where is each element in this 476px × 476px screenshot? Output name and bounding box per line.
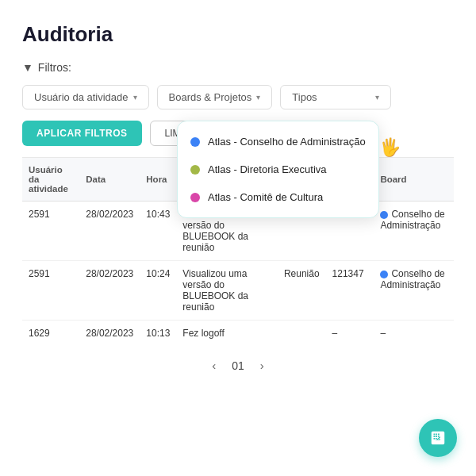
- filter-dropdowns-row: Usuário da atividade ▾ Boards & Projetos…: [22, 85, 454, 109]
- dropdown-item-comite[interactable]: Atlas - Comitê de Cultura: [178, 183, 378, 211]
- dot-icon-pink: [190, 193, 200, 202]
- td-acao: Visualizou uma versão do BLUEBOOK da reu…: [176, 261, 278, 321]
- dropdown-item-label-comite: Atlas - Comitê de Cultura: [208, 191, 323, 203]
- cursor-hand-icon: 🖐: [379, 137, 401, 158]
- td-data: 28/02/2023: [79, 321, 140, 347]
- filters-label: Filtros:: [38, 61, 71, 74]
- td-acao: Fez logoff: [176, 321, 278, 347]
- filter-boards-label: Boards & Projetos: [169, 91, 252, 103]
- td-board: –: [374, 321, 454, 347]
- pagination-next-button[interactable]: ›: [255, 357, 269, 374]
- dropdown-item-diretoria[interactable]: Atlas - Diretoria Executiva: [178, 155, 378, 183]
- filter-dropdown-boards[interactable]: Boards & Projetos ▾: [157, 85, 273, 109]
- filter-usuario-label: Usuário da atividade: [34, 91, 129, 103]
- th-usuario: Usuário da atividade: [22, 158, 79, 202]
- td-content-id: 121347: [326, 261, 374, 321]
- page-container: Auditoria ▼ Filtros: Usuário da atividad…: [0, 0, 476, 476]
- table-row: 162928/02/202310:13Fez logoff––: [22, 321, 454, 347]
- td-hora: 10:13: [140, 321, 176, 347]
- filter-icon: ▼: [22, 61, 33, 74]
- dropdown-item-conselho[interactable]: Atlas - Conselho de Administração 🖐: [178, 128, 378, 155]
- filters-section: ▼ Filtros:: [22, 61, 454, 74]
- dropdown-item-label-diretoria: Atlas - Diretoria Executiva: [208, 163, 327, 175]
- td-data: 28/02/2023: [79, 202, 140, 261]
- td-usuario: 2591: [22, 261, 79, 321]
- export-fab-button[interactable]: [419, 419, 457, 457]
- page-title: Auditoria: [22, 22, 454, 47]
- spreadsheet-icon: [429, 429, 447, 447]
- filter-tipos-label: Tipos: [292, 91, 317, 103]
- chevron-down-icon: ▾: [375, 93, 379, 102]
- pagination-prev-button[interactable]: ‹: [207, 357, 221, 374]
- td-hora: 10:43: [140, 202, 176, 261]
- action-row: APLICAR FILTROS LIMPAR FILT... Atlas - C…: [22, 121, 454, 146]
- chevron-down-icon: ▾: [133, 93, 137, 102]
- chevron-down-icon: ▾: [256, 93, 260, 102]
- td-tipos: Reunião: [278, 261, 326, 321]
- board-dot-icon: [380, 271, 388, 278]
- td-content-id: –: [326, 321, 374, 347]
- table-body: 259128/02/202310:43Visualizou uma versão…: [22, 202, 454, 347]
- td-usuario: 1629: [22, 321, 79, 347]
- th-board: Board: [374, 158, 454, 202]
- th-hora: Hora: [140, 158, 176, 202]
- boards-dropdown-popup: Atlas - Conselho de Administração 🖐 Atla…: [177, 121, 379, 218]
- td-hora: 10:24: [140, 261, 176, 321]
- pagination: ‹ 01 ›: [22, 357, 454, 374]
- filter-dropdown-tipos[interactable]: Tipos ▾: [280, 85, 391, 109]
- td-board: Conselho de Administração: [374, 202, 454, 261]
- dot-icon-olive: [190, 165, 200, 175]
- table-row: 259128/02/202310:24Visualizou uma versão…: [22, 261, 454, 321]
- td-usuario: 2591: [22, 202, 79, 261]
- th-data: Data: [79, 158, 140, 202]
- apply-filters-button[interactable]: APLICAR FILTROS: [22, 121, 142, 146]
- filter-dropdown-usuario[interactable]: Usuário da atividade ▾: [22, 85, 149, 109]
- td-tipos: [278, 321, 326, 347]
- td-board: Conselho de Administração: [374, 261, 454, 321]
- td-data: 28/02/2023: [79, 261, 140, 321]
- board-dot-icon: [380, 211, 388, 219]
- dot-icon-blue: [190, 137, 200, 147]
- pagination-current-page: 01: [232, 359, 244, 372]
- dropdown-item-label-conselho: Atlas - Conselho de Administração: [208, 136, 366, 148]
